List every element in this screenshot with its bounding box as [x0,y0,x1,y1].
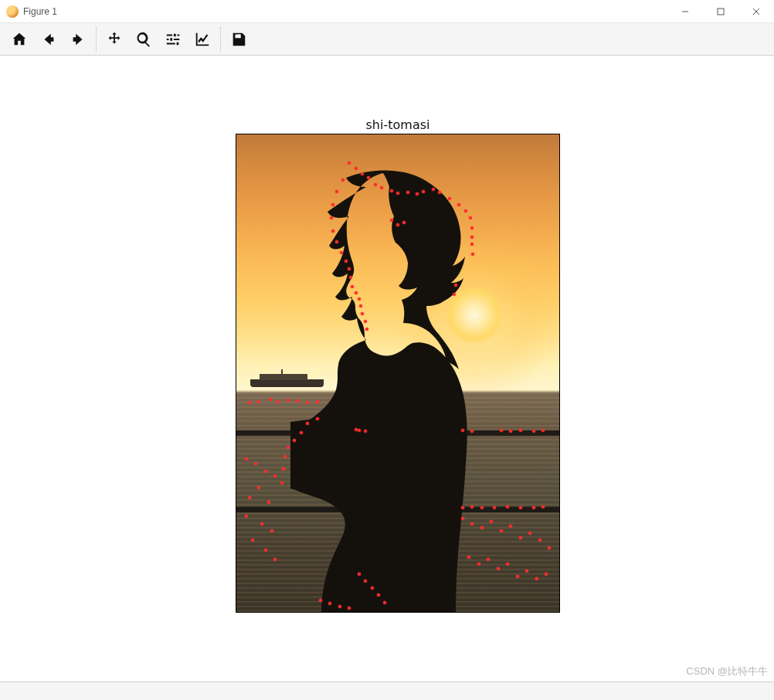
corner-point [306,422,309,425]
corner-point [364,579,367,583]
corner-point [497,567,500,570]
corner-point [461,517,464,520]
corner-point [470,243,474,246]
window-titlebar: Figure 1 [0,0,774,23]
corner-point [380,186,383,189]
back-icon [40,31,57,48]
corner-point [406,191,409,194]
corner-point [348,607,351,610]
figure-canvas[interactable]: shi-tomasi CSDN @比特牛牛 [0,56,774,681]
corner-point [328,602,331,605]
corner-point [467,556,470,559]
corner-point [248,496,251,499]
corner-point [364,320,367,323]
plotted-image [236,134,560,613]
corner-point [280,481,283,484]
corner-point [355,167,358,170]
corner-point [438,191,441,194]
corner-point [338,605,341,608]
status-bar [0,681,774,700]
corner-point [457,203,460,206]
corner-point [330,216,333,219]
edit-axes-button[interactable] [188,27,217,52]
corner-point [477,562,480,566]
corner-point [264,549,267,552]
corner-point [402,221,406,224]
corner-point [358,297,361,301]
close-button[interactable] [738,0,774,22]
corner-point [257,400,260,403]
corner-point [470,505,474,508]
corner-point [245,515,248,518]
window-controls [667,0,774,22]
corner-point [365,328,368,331]
corner-point [245,457,248,460]
configure-subplots-button[interactable] [158,27,188,52]
forward-button[interactable] [63,27,93,52]
corner-point [293,439,296,442]
corner-point [470,430,474,433]
corner-point [454,284,457,287]
minimize-button[interactable] [667,0,703,22]
corner-point [351,285,354,288]
axes-title: shi-tomasi [236,117,560,132]
corner-point [541,505,545,508]
svg-rect-1 [718,8,724,15]
corner-point [470,236,474,239]
corner-point [470,522,474,525]
corner-point [500,529,503,532]
corner-point [545,573,548,576]
corner-point [416,192,419,195]
corner-point [464,209,467,212]
corner-point [335,240,338,243]
corner-point [355,291,358,294]
corner-point [519,506,522,509]
corner-point [509,430,512,433]
zoom-button[interactable] [129,27,158,52]
corner-point [371,586,374,590]
back-button[interactable] [34,27,63,52]
zoom-icon [135,31,152,48]
maximize-button[interactable] [703,0,738,22]
corner-point [331,229,334,233]
corner-point [396,223,399,226]
corner-point [348,161,351,165]
corner-point [348,267,351,270]
corner-point [364,430,367,433]
forward-icon [70,31,87,48]
home-button[interactable] [5,27,34,52]
move-icon [106,31,123,48]
corner-point [493,506,496,509]
home-icon [11,31,28,48]
corner-point [519,536,522,539]
corner-point [359,304,362,308]
maximize-icon [717,8,725,15]
corner-point [509,525,512,528]
save-button[interactable] [224,27,253,52]
corner-point [316,417,319,420]
corner-point [287,399,290,402]
ship-silhouette [250,369,324,387]
axes-icon [194,31,211,48]
corner-point [254,462,257,465]
app-icon [6,5,19,18]
corner-point [273,558,277,561]
figure-axes: shi-tomasi [236,117,560,613]
corner-point [300,431,303,434]
corner-point [374,183,377,186]
pan-button[interactable] [100,27,129,52]
corner-point [251,539,254,542]
corner-point [532,430,535,433]
corner-point [377,593,380,596]
corner-point [390,189,393,192]
corner-point [331,203,334,206]
corner-point [296,399,299,403]
corner-point [345,260,348,263]
corner-point [358,429,361,432]
corner-point [506,505,509,508]
matplotlib-toolbar [0,23,774,56]
svg-rect-4 [239,34,240,37]
corner-point [358,573,361,576]
corner-point [319,599,322,602]
corner-point [480,506,484,509]
